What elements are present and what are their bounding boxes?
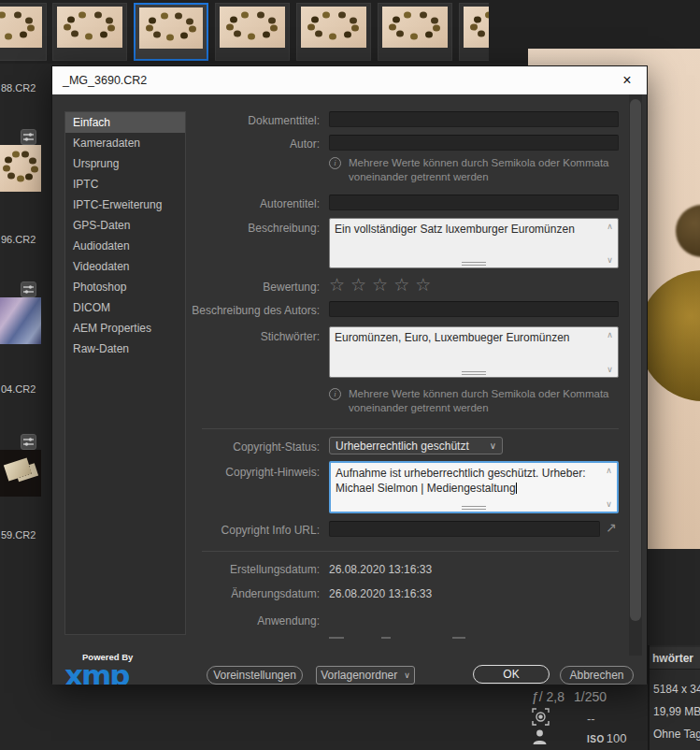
keywords-textarea[interactable]: Euromünzen, Euro, Luxembueger Euromünzen… [329,326,619,378]
creation-date-value: 26.08.2020 13:16:33 [329,563,432,576]
dialog-title-bar[interactable]: _MG_3690.CR2 × [52,66,647,94]
modified-date-label: Änderungsdatum: [164,587,320,600]
sidebar-item-iptc[interactable]: IPTC [65,174,185,195]
white-balance-value: -- [587,712,595,726]
file-name-label: 04.CR2 [1,383,36,395]
star-icon[interactable]: ☆ [415,276,431,294]
file-name-label: 96.CR2 [1,234,36,245]
coin-photo-thumbnail [464,7,489,48]
copyright-status-dropdown[interactable]: Urheberrechtlich geschützt ∨ [329,437,503,454]
coin-photo-thumbnail [301,7,366,48]
thumbnail[interactable] [0,3,47,61]
coin-image [676,205,700,257]
sidebar-item-audiodaten[interactable]: Audiodaten [65,236,185,256]
description-textarea[interactable]: Ein vollständiger Satz luxemburger Eurom… [329,218,619,268]
copyright-notice-label: Copyright-Hinweis: [164,466,320,479]
thumbnail[interactable] [459,3,489,61]
coin-photo-thumbnail [382,7,448,48]
top-filmstrip-cells [0,0,489,64]
resize-grip[interactable] [462,506,486,510]
chevron-down-icon: ∨ [404,671,410,680]
iso-value: 100 [607,731,627,745]
author-title-label: Autorentitel: [164,197,320,210]
panel-divider [648,645,650,750]
metadata-placard: ƒ/ 2,8 1/250 -- ISO 100 [528,684,648,750]
modified-date-value: 26.08.2020 13:16:33 [329,587,432,600]
star-icon[interactable]: ☆ [329,276,345,294]
dialog-scrollbar-thumb[interactable] [630,99,641,621]
template-folder-button[interactable]: Vorlagenordner ∨ [316,666,415,685]
adjustments-badge-icon [21,281,36,297]
coin-photo-thumbnail [57,7,122,48]
author-input[interactable] [329,135,619,151]
coin-photo-thumbnail [0,7,42,48]
thumbnail[interactable] [0,450,41,497]
clipped-row-fragment [381,637,391,639]
shutter-value: 1/250 [574,689,607,704]
thumbnail[interactable] [52,3,127,61]
sidebar-item-videodaten[interactable]: Videodaten [65,256,185,277]
scroll-down-icon[interactable]: ∨ [607,254,613,266]
author-title-input[interactable] [329,195,619,210]
rating-stars: ☆ ☆ ☆ ☆ ☆ [329,276,431,294]
scroll-up-icon[interactable]: ∧ [607,221,613,232]
sidebar-item-ursprung[interactable]: Ursprung [65,153,185,174]
left-filmstrip: 88.CR2 96.CR2 04.CR2 59.CR2 [0,64,51,750]
creation-date-label: Erstellungsdatum: [164,563,320,576]
file-info-dialog: _MG_3690.CR2 × Einfach Kameradaten Urspr… [51,65,648,684]
clipped-row-fragment [329,637,344,639]
document-title-input[interactable] [329,111,619,127]
rating-label: Bewertung: [164,281,320,294]
thumbnail[interactable] [0,145,41,192]
bridge-app-window: 88.CR2 96.CR2 04.CR2 59.CR2 ƒ/ 2,8 1/250 [0,0,700,750]
dialog-sidebar: Einfach Kameradaten Ursprung IPTC IPTC-E… [64,111,186,635]
resize-grip[interactable] [462,262,486,266]
multi-value-hint: i Mehrere Werte können durch Semikola od… [329,387,609,415]
cancel-button[interactable]: Abbrechen [560,666,634,685]
keywords-panel-header[interactable]: hwörter [650,647,700,670]
scroll-up-icon[interactable]: ∧ [606,465,612,476]
star-icon[interactable]: ☆ [350,276,366,294]
iso-label: ISO [587,734,605,744]
go-to-url-icon[interactable]: ↗ [606,520,617,535]
info-icon: i [329,157,341,169]
author-description-label: Beschreibung des Autors: [164,304,320,317]
thumbnail[interactable] [296,3,371,61]
copyright-url-input[interactable] [329,521,600,537]
text-caret [516,483,517,494]
adjustments-badge-icon [21,434,36,450]
author-description-input[interactable] [329,301,619,317]
adjustments-badge-icon [21,129,36,145]
section-divider [202,428,619,429]
keywords-label: Stichwörter: [164,330,320,343]
thumbnail[interactable] [0,297,41,344]
resize-grip[interactable] [462,371,486,375]
document-title-label: Dokumenttitel: [164,114,320,127]
xmp-logo: xmp [64,658,129,685]
copyright-status-label: Copyright-Status: [164,440,320,454]
dialog-title: _MG_3690.CR2 [52,74,147,87]
presets-button[interactable]: Voreinstellungen [207,666,303,685]
clipped-row-fragment [452,637,465,639]
scroll-down-icon[interactable]: ∨ [607,364,613,375]
author-label: Autor: [164,137,320,151]
thumbnail[interactable] [215,3,290,61]
tag-status: Ohne Tag [653,728,700,741]
aperture-value: ƒ/ 2,8 [532,689,564,704]
close-icon[interactable]: × [617,70,637,91]
ok-button[interactable]: OK [473,665,550,684]
copyright-notice-textarea[interactable]: Aufnahme ist urheberrechtlich geschützt.… [329,461,619,513]
info-icon: i [329,388,341,400]
thumbnail[interactable] [378,3,452,61]
scroll-up-icon[interactable]: ∧ [607,329,613,340]
thumbnail-selected[interactable] [134,3,208,61]
star-icon[interactable]: ☆ [393,276,409,294]
image-dimensions: 5184 x 34 [653,683,700,696]
coin-photo-thumbnail [220,7,285,48]
white-balance-icon [532,708,550,729]
person-icon [532,728,548,748]
file-name-label: 88.CR2 [1,82,36,94]
file-info-panel: hwörter 5184 x 34 19,99 MB Ohne Tag [650,645,700,750]
star-icon[interactable]: ☆ [372,276,388,294]
scroll-down-icon[interactable]: ∨ [606,498,612,510]
